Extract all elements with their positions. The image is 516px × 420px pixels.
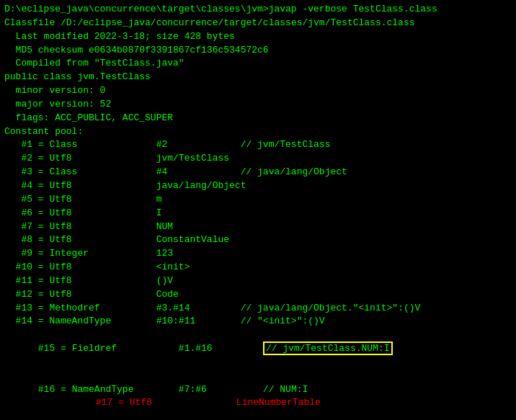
cp-4: #4 = Utf8 java/lang/Object bbox=[4, 179, 512, 193]
cp-9: #9 = Integer 123 bbox=[4, 247, 512, 261]
cp-12: #12 = Utf8 Code bbox=[4, 288, 512, 302]
compiled-line: Compiled from "TestClass.java" bbox=[4, 57, 512, 71]
terminal-window: D:\eclipse_java\concurrence\target\class… bbox=[0, 0, 516, 420]
cp-15-pre: #15 = Fieldref #1.#16 bbox=[27, 343, 263, 354]
cp-15: #15 = Fieldref #1.#16 // jvm/TestClass.N… bbox=[4, 329, 512, 370]
cp-2: #2 = Utf8 jvm/TestClass bbox=[4, 152, 512, 166]
annotation-num: #17 = Utf8 LineNumberTable bbox=[84, 397, 321, 408]
cp-8: #8 = Utf8 ConstantValue bbox=[4, 233, 512, 247]
constant-pool-label: Constant pool: bbox=[4, 125, 512, 139]
lastmod-line: Last modified 2022-3-18; size 428 bytes bbox=[4, 30, 512, 44]
cp-1: #1 = Class #2 // jvm/TestClass bbox=[4, 138, 512, 152]
cp-11: #11 = Utf8 ()V bbox=[4, 274, 512, 288]
cp-7: #7 = Utf8 NUM bbox=[4, 220, 512, 234]
cp-15-highlight: // jvm/TestClass.NUM:I bbox=[263, 341, 393, 355]
cp-16-text: #16 = NameAndType #7:#6 // NUM:I bbox=[27, 384, 308, 395]
major-version-line: major version: 52 bbox=[4, 98, 512, 112]
cp-16: #16 = NameAndType #7:#6 // NUM:I #17 = U… bbox=[4, 370, 512, 420]
cp-13: #13 = Methodref #3.#14 // java/lang/Obje… bbox=[4, 302, 512, 316]
minor-version-line: minor version: 0 bbox=[4, 84, 512, 98]
cp-10: #10 = Utf8 <init> bbox=[4, 261, 512, 274]
cp-3: #3 = Class #4 // java/lang/Object bbox=[4, 166, 512, 179]
command-line: D:\eclipse_java\concurrence\target\class… bbox=[4, 3, 512, 17]
cp-14: #14 = NameAndType #10:#11 // "<init>":()… bbox=[4, 315, 512, 329]
cp-6: #6 = Utf8 I bbox=[4, 207, 512, 220]
public-class-line: public class jvm.TestClass bbox=[4, 71, 512, 84]
classfile-line: Classfile /D:/eclipse_java/concurrence/t… bbox=[4, 17, 512, 30]
flags-line: flags: ACC_PUBLIC, ACC_SUPER bbox=[4, 112, 512, 125]
cp-5: #5 = Utf8 m bbox=[4, 193, 512, 207]
md5-line: MD5 checksum e0634b0870f3391867cf136c534… bbox=[4, 44, 512, 58]
